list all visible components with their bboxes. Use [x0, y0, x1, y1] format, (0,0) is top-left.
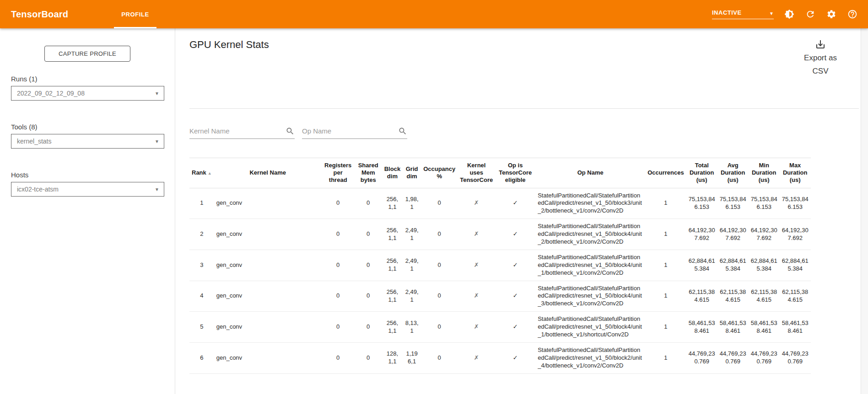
hosts-dropdown-value: icx02-tce-atsm	[17, 186, 59, 193]
cell-total_duration_us: 62,884,615.384	[686, 250, 717, 281]
column-header-total_duration_us[interactable]: Total Duration (us)	[686, 158, 717, 188]
cell-avg_duration_us: 62,884,615.384	[717, 250, 749, 281]
settings-button[interactable]	[826, 9, 837, 20]
cell-kernel_uses_tensorcore: ✗	[458, 281, 495, 312]
run-status-dropdown[interactable]: INACTIVE ▼	[712, 9, 774, 19]
brightness-toggle-button[interactable]	[784, 9, 795, 20]
cell-block_dim: 256,1,1	[382, 312, 403, 343]
cell-op_name: StatefulPartitionedCall/StatefulPartitio…	[535, 219, 645, 250]
cell-occurrences: 1	[645, 342, 686, 373]
cell-grid_dim: 2,49,1	[403, 281, 421, 312]
brightness-icon	[784, 9, 794, 19]
cell-op_is_tensorcore_eligible: ✓	[495, 219, 535, 250]
cell-op_is_tensorcore_eligible: ✓	[495, 281, 535, 312]
help-button[interactable]	[847, 9, 858, 20]
chevron-down-icon: ▼	[769, 11, 774, 16]
column-header-occurrences[interactable]: Occurrences	[645, 158, 686, 188]
cell-block_dim: 256,1,1	[382, 281, 403, 312]
cell-occupancy_pct: 0	[421, 312, 458, 343]
table-row: 5gen_conv00256,1,18,13,10✗✓StatefulParti…	[189, 312, 811, 343]
column-header-kernel_name[interactable]: Kernel Name	[214, 158, 322, 188]
cell-block_dim: 256,1,1	[382, 219, 403, 250]
cell-max_duration_us: 44,769,230.769	[780, 342, 811, 373]
cell-rank: 3	[189, 250, 214, 281]
runs-dropdown-value: 2022_09_02_12_09_08	[17, 90, 85, 97]
column-header-op_is_tensorcore_eligible[interactable]: Op is TensorCore eligible	[495, 158, 535, 188]
cell-registers_per_thread: 0	[322, 250, 355, 281]
table-row: 4gen_conv00256,1,12,49,10✗✓StatefulParti…	[189, 281, 811, 312]
runs-dropdown[interactable]: 2022_09_02_12_09_08 ▼	[11, 86, 164, 101]
search-icon[interactable]	[398, 127, 407, 136]
cell-kernel_name: gen_conv	[214, 312, 322, 343]
cell-op_name: StatefulPartitionedCall/StatefulPartitio…	[535, 312, 645, 343]
table-row: 3gen_conv00256,1,12,49,10✗✓StatefulParti…	[189, 250, 811, 281]
export-csv-button[interactable]: Export as CSV	[798, 39, 842, 78]
scrollbar-track[interactable]	[861, 28, 868, 394]
cell-min_duration_us: 62,115,384.615	[749, 281, 780, 312]
export-csv-label: Export as CSV	[798, 52, 842, 78]
cell-op_name: StatefulPartitionedCall/StatefulPartitio…	[535, 342, 645, 373]
column-header-occupancy_pct[interactable]: Occupancy %	[421, 158, 458, 188]
cell-min_duration_us: 58,461,538.461	[749, 312, 780, 343]
cell-registers_per_thread: 0	[322, 219, 355, 250]
cell-occupancy_pct: 0	[421, 188, 458, 219]
cell-op_is_tensorcore_eligible: ✓	[495, 188, 535, 219]
cell-block_dim: 256,1,1	[382, 250, 403, 281]
cell-registers_per_thread: 0	[322, 312, 355, 343]
column-header-rank[interactable]: Rank▲	[189, 158, 214, 188]
cell-kernel_name: gen_conv	[214, 188, 322, 219]
main-content: GPU Kernel Stats Export as CSV Rank▲Kern…	[175, 28, 868, 394]
cell-min_duration_us: 75,153,846.153	[749, 188, 780, 219]
column-header-op_name[interactable]: Op Name	[535, 158, 645, 188]
column-header-kernel_uses_tensorcore[interactable]: Kernel uses TensorCore	[458, 158, 495, 188]
column-header-max_duration_us[interactable]: Max Duration (us)	[780, 158, 811, 188]
cell-op_name: StatefulPartitionedCall/StatefulPartitio…	[535, 188, 645, 219]
cell-shared_mem_bytes: 0	[355, 219, 382, 250]
page-title: GPU Kernel Stats	[189, 39, 269, 51]
reload-button[interactable]	[805, 9, 816, 20]
column-header-block_dim[interactable]: Block dim	[382, 158, 403, 188]
cell-kernel_uses_tensorcore: ✗	[458, 219, 495, 250]
column-header-min_duration_us[interactable]: Min Duration (us)	[749, 158, 780, 188]
table-row: 1gen_conv00256,1,11,98,10✗✓StatefulParti…	[189, 188, 811, 219]
capture-profile-button[interactable]: CAPTURE PROFILE	[44, 46, 130, 62]
table-header-row: Rank▲Kernel NameRegisters per threadShar…	[189, 158, 811, 188]
column-header-avg_duration_us[interactable]: Avg Duration (us)	[717, 158, 749, 188]
column-header-grid_dim[interactable]: Grid dim	[403, 158, 421, 188]
cell-occurrences: 1	[645, 219, 686, 250]
cell-registers_per_thread: 0	[322, 188, 355, 219]
cell-avg_duration_us: 75,153,846.153	[717, 188, 749, 219]
cell-total_duration_us: 58,461,538.461	[686, 312, 717, 343]
kernel-name-input[interactable]	[189, 127, 286, 135]
cell-kernel_name: gen_conv	[214, 250, 322, 281]
cell-total_duration_us: 75,153,846.153	[686, 188, 717, 219]
chevron-down-icon: ▼	[155, 187, 159, 192]
hosts-dropdown[interactable]: icx02-tce-atsm ▼	[11, 182, 164, 197]
cell-rank: 4	[189, 281, 214, 312]
run-status-value: INACTIVE	[712, 9, 742, 16]
cell-kernel_uses_tensorcore: ✗	[458, 312, 495, 343]
cell-max_duration_us: 62,115,384.615	[780, 281, 811, 312]
cell-rank: 5	[189, 312, 214, 343]
tools-dropdown[interactable]: kernel_stats ▼	[11, 134, 164, 149]
cell-occupancy_pct: 0	[421, 342, 458, 373]
tools-dropdown-value: kernel_stats	[17, 138, 51, 145]
cell-shared_mem_bytes: 0	[355, 312, 382, 343]
cell-shared_mem_bytes: 0	[355, 342, 382, 373]
column-header-shared_mem_bytes[interactable]: Shared Mem bytes	[355, 158, 382, 188]
help-icon	[847, 9, 857, 19]
search-icon[interactable]	[286, 127, 295, 136]
cell-occurrences: 1	[645, 188, 686, 219]
header-tabs: PROFILE	[114, 0, 156, 28]
cell-min_duration_us: 44,769,230.769	[749, 342, 780, 373]
main-header-row: GPU Kernel Stats Export as CSV	[189, 28, 868, 78]
kernel-stats-table-head: Rank▲Kernel NameRegisters per threadShar…	[189, 158, 811, 188]
cell-kernel_uses_tensorcore: ✗	[458, 250, 495, 281]
cell-grid_dim: 2,49,1	[403, 219, 421, 250]
column-header-registers_per_thread[interactable]: Registers per thread	[322, 158, 355, 188]
tab-profile[interactable]: PROFILE	[114, 0, 156, 28]
cell-op_is_tensorcore_eligible: ✓	[495, 342, 535, 373]
cell-occupancy_pct: 0	[421, 250, 458, 281]
cell-max_duration_us: 64,192,307.692	[780, 219, 811, 250]
op-name-input[interactable]	[302, 127, 398, 135]
